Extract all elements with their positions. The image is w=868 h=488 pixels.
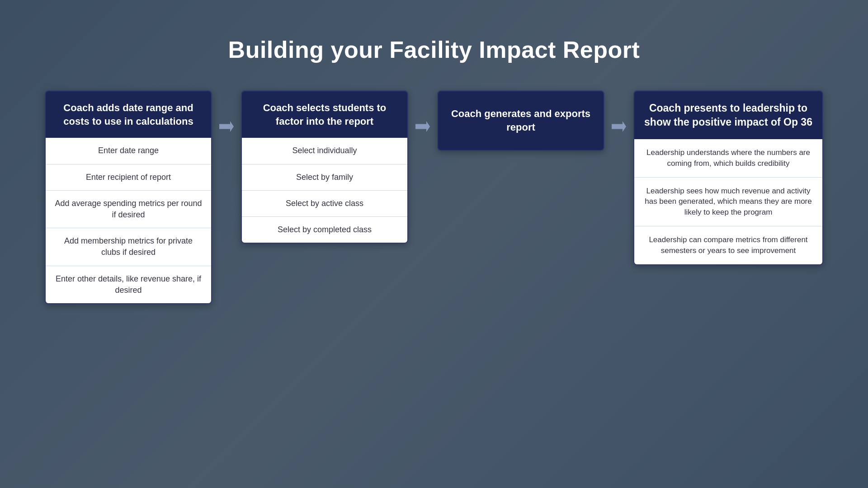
card-4-body: Leadership understands where the numbers… bbox=[634, 139, 822, 264]
arrow-2 bbox=[408, 117, 437, 136]
card-4-item-1: Leadership sees how much revenue and act… bbox=[634, 178, 822, 226]
card-2: Coach selects students to factor into th… bbox=[241, 90, 408, 244]
card-1: Coach adds date range and costs to use i… bbox=[45, 90, 212, 304]
card-1-body: Enter date range Enter recipient of repo… bbox=[46, 138, 211, 303]
card-2-header: Coach selects students to factor into th… bbox=[242, 91, 407, 138]
card-wrapper-1: Coach adds date range and costs to use i… bbox=[45, 90, 241, 304]
card-2-item-0: Select individually bbox=[242, 138, 407, 164]
flow-container: Coach adds date range and costs to use i… bbox=[36, 90, 832, 304]
card-wrapper-2: Coach selects students to factor into th… bbox=[241, 90, 437, 244]
card-4: Coach presents to leadership to show the… bbox=[633, 90, 823, 265]
card-wrapper-3: Coach generates and exports report bbox=[437, 90, 633, 151]
arrow-3 bbox=[604, 117, 633, 136]
card-1-item-4: Enter other details, like revenue share,… bbox=[46, 266, 211, 303]
card-1-header: Coach adds date range and costs to use i… bbox=[46, 91, 211, 138]
arrow-1 bbox=[212, 117, 241, 136]
page-title: Building your Facility Impact Report bbox=[228, 36, 640, 63]
card-3: Coach generates and exports report bbox=[437, 90, 604, 151]
card-2-item-1: Select by family bbox=[242, 164, 407, 191]
card-2-item-2: Select by active class bbox=[242, 191, 407, 217]
card-1-item-0: Enter date range bbox=[46, 138, 211, 164]
svg-marker-2 bbox=[612, 121, 626, 132]
card-wrapper-4: Coach presents to leadership to show the… bbox=[633, 90, 823, 265]
card-1-item-3: Add membership metrics for private clubs… bbox=[46, 228, 211, 266]
svg-marker-0 bbox=[219, 121, 234, 132]
card-4-header: Coach presents to leadership to show the… bbox=[634, 91, 822, 139]
card-1-item-1: Enter recipient of report bbox=[46, 164, 211, 191]
card-2-body: Select individually Select by family Sel… bbox=[242, 138, 407, 243]
card-1-item-2: Add average spending metrics per round i… bbox=[46, 191, 211, 228]
card-4-item-2: Leadership can compare metrics from diff… bbox=[634, 226, 822, 264]
card-3-header: Coach generates and exports report bbox=[438, 91, 604, 150]
card-4-item-0: Leadership understands where the numbers… bbox=[634, 139, 822, 178]
svg-marker-1 bbox=[415, 121, 430, 132]
card-2-item-3: Select by completed class bbox=[242, 217, 407, 243]
